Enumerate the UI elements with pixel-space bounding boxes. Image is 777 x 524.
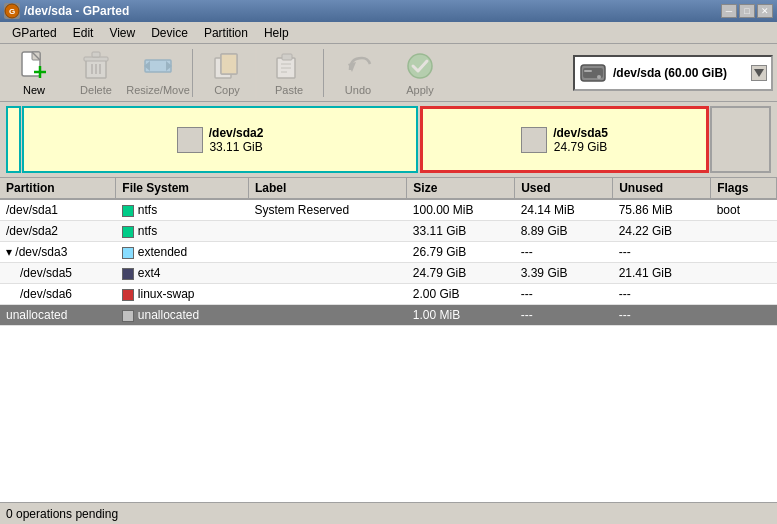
menu-gparted[interactable]: GParted bbox=[4, 24, 65, 42]
resize-move-button[interactable]: Resize/Move bbox=[128, 47, 188, 99]
copy-icon bbox=[211, 50, 243, 82]
resize-icon bbox=[142, 50, 174, 82]
cell-label bbox=[248, 284, 406, 305]
apply-label: Apply bbox=[406, 84, 434, 96]
cell-used: --- bbox=[515, 305, 613, 326]
cell-flags bbox=[711, 284, 777, 305]
col-label: Label bbox=[248, 178, 406, 199]
cell-used: 24.14 MiB bbox=[515, 199, 613, 221]
cell-size: 26.79 GiB bbox=[407, 242, 515, 263]
table-row[interactable]: /dev/sda5 ext4 24.79 GiB 3.39 GiB 21.41 … bbox=[0, 263, 777, 284]
col-used: Used bbox=[515, 178, 613, 199]
disk-sda2-size: 33.11 GiB bbox=[209, 140, 264, 154]
status-text: 0 operations pending bbox=[6, 507, 118, 521]
cell-used: 3.39 GiB bbox=[515, 263, 613, 284]
table-row[interactable]: /dev/sda6 linux-swap 2.00 GiB --- --- bbox=[0, 284, 777, 305]
paste-icon bbox=[273, 50, 305, 82]
cell-partition: ▾ /dev/sda3 bbox=[0, 242, 116, 263]
table-row[interactable]: /dev/sda1 ntfs System Reserved 100.00 Mi… bbox=[0, 199, 777, 221]
menu-edit[interactable]: Edit bbox=[65, 24, 102, 42]
cell-unused: --- bbox=[613, 284, 711, 305]
resize-label: Resize/Move bbox=[126, 84, 190, 96]
harddisk-icon bbox=[579, 59, 607, 87]
undo-label: Undo bbox=[345, 84, 371, 96]
paste-label: Paste bbox=[275, 84, 303, 96]
cell-label bbox=[248, 221, 406, 242]
col-size: Size bbox=[407, 178, 515, 199]
new-label: New bbox=[23, 84, 45, 96]
table-header-row: Partition File System Label Size Used Un… bbox=[0, 178, 777, 199]
disk-sda5-size: 24.79 GiB bbox=[553, 140, 608, 154]
col-filesystem: File System bbox=[116, 178, 249, 199]
device-selector[interactable]: /dev/sda (60.00 GiB) bbox=[573, 55, 773, 91]
svg-rect-17 bbox=[221, 54, 237, 74]
cell-partition: /dev/sda1 bbox=[0, 199, 116, 221]
titlebar-buttons[interactable]: ─ □ ✕ bbox=[721, 4, 773, 18]
cell-size: 24.79 GiB bbox=[407, 263, 515, 284]
svg-rect-28 bbox=[584, 70, 592, 72]
undo-icon bbox=[342, 50, 374, 82]
cell-label bbox=[248, 305, 406, 326]
table-row[interactable]: ▾ /dev/sda3 extended 26.79 GiB --- --- bbox=[0, 242, 777, 263]
new-button[interactable]: New bbox=[4, 47, 64, 99]
cell-partition: /dev/sda6 bbox=[0, 284, 116, 305]
cell-used: --- bbox=[515, 284, 613, 305]
apply-button[interactable]: Apply bbox=[390, 47, 450, 99]
cell-size: 100.00 MiB bbox=[407, 199, 515, 221]
maximize-button[interactable]: □ bbox=[739, 4, 755, 18]
menu-view[interactable]: View bbox=[101, 24, 143, 42]
cell-unused: --- bbox=[613, 242, 711, 263]
svg-rect-19 bbox=[282, 54, 292, 60]
cell-label bbox=[248, 242, 406, 263]
col-unused: Unused bbox=[613, 178, 711, 199]
undo-button[interactable]: Undo bbox=[328, 47, 388, 99]
menu-partition[interactable]: Partition bbox=[196, 24, 256, 42]
cell-unused: 75.86 MiB bbox=[613, 199, 711, 221]
disk-sda2-name: /dev/sda2 bbox=[209, 126, 264, 140]
col-partition: Partition bbox=[0, 178, 116, 199]
cell-flags bbox=[711, 263, 777, 284]
gparted-icon: G bbox=[4, 3, 20, 19]
cell-fs: ntfs bbox=[116, 221, 249, 242]
titlebar-left: G /dev/sda - GParted bbox=[4, 3, 129, 19]
menu-device[interactable]: Device bbox=[143, 24, 196, 42]
cell-partition: /dev/sda5 bbox=[0, 263, 116, 284]
toolbar-sep-2 bbox=[323, 49, 324, 97]
table-row[interactable]: /dev/sda2 ntfs 33.11 GiB 8.89 GiB 24.22 … bbox=[0, 221, 777, 242]
cell-used: 8.89 GiB bbox=[515, 221, 613, 242]
disk-sda1-vis[interactable] bbox=[6, 106, 21, 173]
minimize-button[interactable]: ─ bbox=[721, 4, 737, 18]
cell-size: 2.00 GiB bbox=[407, 284, 515, 305]
col-flags: Flags bbox=[711, 178, 777, 199]
cell-size: 33.11 GiB bbox=[407, 221, 515, 242]
disk-sda5-vis[interactable]: /dev/sda5 24.79 GiB bbox=[420, 106, 709, 173]
disk-sda5-name: /dev/sda5 bbox=[553, 126, 608, 140]
table-row[interactable]: unallocated unallocated 1.00 MiB --- --- bbox=[0, 305, 777, 326]
menubar: GParted Edit View Device Partition Help bbox=[0, 22, 777, 44]
menu-help[interactable]: Help bbox=[256, 24, 297, 42]
paste-button[interactable]: Paste bbox=[259, 47, 319, 99]
cell-partition: /dev/sda2 bbox=[0, 221, 116, 242]
cell-unused: --- bbox=[613, 305, 711, 326]
device-label: /dev/sda (60.00 GiB) bbox=[613, 66, 727, 80]
cell-unused: 21.41 GiB bbox=[613, 263, 711, 284]
disk-sda2-vis[interactable]: /dev/sda2 33.11 GiB bbox=[22, 106, 418, 173]
toolbar-sep-1 bbox=[192, 49, 193, 97]
copy-button[interactable]: Copy bbox=[197, 47, 257, 99]
cell-fs: extended bbox=[116, 242, 249, 263]
cell-flags bbox=[711, 221, 777, 242]
delete-label: Delete bbox=[80, 84, 112, 96]
cell-label: System Reserved bbox=[248, 199, 406, 221]
disk-visual: /dev/sda2 33.11 GiB /dev/sda5 24.79 GiB bbox=[0, 102, 777, 178]
device-dropdown-button[interactable] bbox=[751, 65, 767, 81]
cell-fs: ext4 bbox=[116, 263, 249, 284]
cell-unused: 24.22 GiB bbox=[613, 221, 711, 242]
close-button[interactable]: ✕ bbox=[757, 4, 773, 18]
copy-label: Copy bbox=[214, 84, 240, 96]
disk-unalloc-vis[interactable] bbox=[710, 106, 771, 173]
delete-button[interactable]: Delete bbox=[66, 47, 126, 99]
cell-label bbox=[248, 263, 406, 284]
cell-flags bbox=[711, 242, 777, 263]
new-icon bbox=[18, 50, 50, 82]
cell-flags: boot bbox=[711, 199, 777, 221]
